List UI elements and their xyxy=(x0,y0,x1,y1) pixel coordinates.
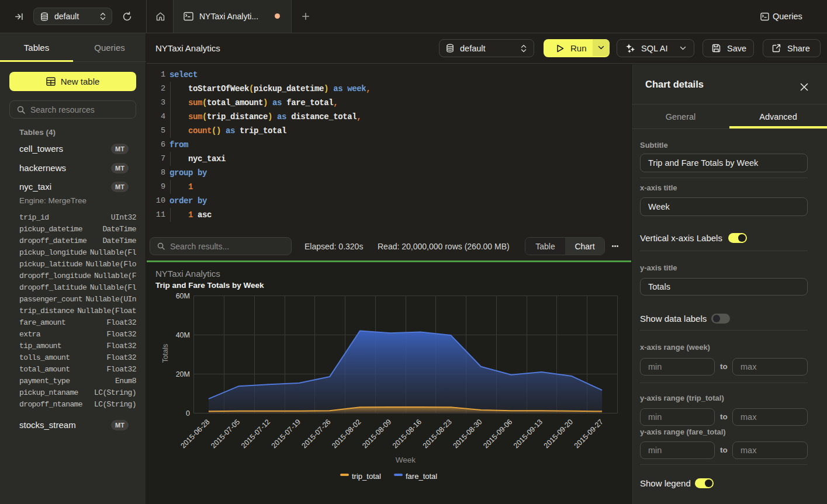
svg-text:fare_total: fare_total xyxy=(406,472,437,481)
svg-text:NYTaxi Analytics: NYTaxi Analytics xyxy=(155,269,220,279)
svg-text:2015-08-23: 2015-08-23 xyxy=(421,418,454,450)
svg-text:Trip and Fare Totals by Week: Trip and Fare Totals by Week xyxy=(155,281,264,290)
svg-text:0: 0 xyxy=(186,409,190,418)
svg-text:trip_total: trip_total xyxy=(352,472,381,481)
svg-text:20M: 20M xyxy=(176,370,190,378)
svg-text:2015-07-19: 2015-07-19 xyxy=(270,418,302,450)
svg-text:2015-08-16: 2015-08-16 xyxy=(391,418,423,450)
svg-text:2015-07-26: 2015-07-26 xyxy=(300,418,333,450)
svg-text:60M: 60M xyxy=(176,292,190,300)
svg-text:2015-08-09: 2015-08-09 xyxy=(361,418,393,450)
svg-text:2015-08-02: 2015-08-02 xyxy=(330,418,362,450)
svg-text:2015-07-12: 2015-07-12 xyxy=(240,418,272,450)
svg-text:2015-09-20: 2015-09-20 xyxy=(542,418,575,450)
svg-text:Totals: Totals xyxy=(161,344,169,363)
svg-text:40M: 40M xyxy=(176,331,190,339)
svg-text:2015-09-13: 2015-09-13 xyxy=(512,418,544,450)
svg-text:2015-09-27: 2015-09-27 xyxy=(573,418,605,450)
svg-text:2015-07-05: 2015-07-05 xyxy=(209,418,241,450)
svg-text:Week: Week xyxy=(396,456,416,464)
svg-text:2015-09-06: 2015-09-06 xyxy=(482,418,514,450)
svg-text:2015-08-30: 2015-08-30 xyxy=(451,418,483,450)
svg-text:2015-06-28: 2015-06-28 xyxy=(179,418,211,450)
